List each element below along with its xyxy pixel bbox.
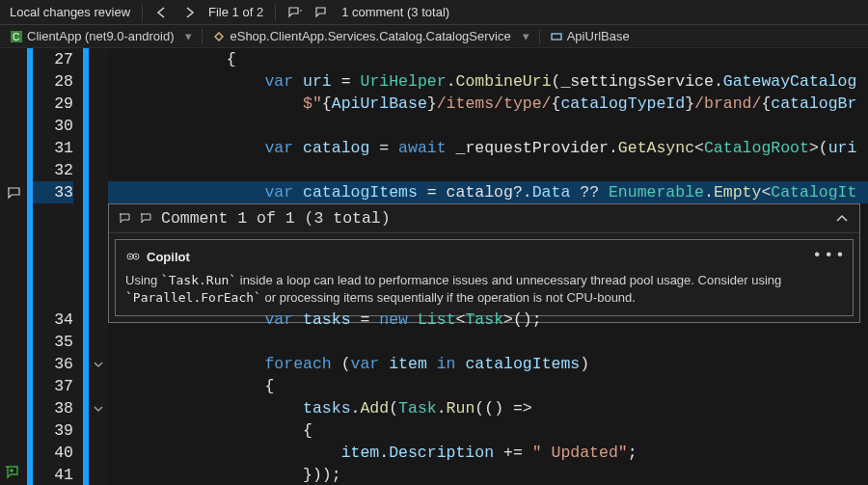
line-number: 41 bbox=[33, 464, 73, 485]
csharp-project-icon: C bbox=[10, 30, 23, 43]
code-line bbox=[108, 115, 868, 137]
code-line: { bbox=[108, 419, 868, 442]
code-line: item.Description += " Updated"; bbox=[108, 442, 868, 464]
line-number: 33 bbox=[33, 181, 73, 203]
crumb-project-label: ClientApp (net9.0-android) bbox=[27, 29, 174, 43]
comment-more-button[interactable]: ••• bbox=[812, 244, 847, 266]
line-number: 37 bbox=[33, 375, 73, 397]
svg-point-6 bbox=[135, 256, 137, 257]
line-number: 40 bbox=[33, 442, 73, 464]
crumb-class[interactable]: eShop.ClientApp.Services.Catalog.Catalog… bbox=[208, 29, 514, 43]
code-line: foreach (var item in catalogItems) bbox=[108, 353, 868, 375]
code-line: var uri = UriHelper.CombineUri(_settings… bbox=[108, 70, 868, 93]
collapse-comment-button[interactable] bbox=[834, 211, 850, 227]
comment-nav-label: Comment 1 of 1 (3 total) bbox=[161, 207, 827, 229]
separator bbox=[539, 29, 540, 44]
copilot-icon bbox=[125, 250, 141, 265]
line-number: 35 bbox=[33, 331, 73, 353]
inline-comment-panel: Comment 1 of 1 (3 total) ••• Copilot Usi… bbox=[108, 203, 860, 323]
arrow-left-icon bbox=[154, 5, 170, 20]
crumb-project[interactable]: C ClientApp (net9.0-android) bbox=[6, 29, 177, 43]
crumb-member[interactable]: ApiUrlBase bbox=[546, 29, 634, 43]
prev-comment-button[interactable] bbox=[284, 2, 307, 23]
svg-text:C: C bbox=[13, 32, 19, 42]
code-line: { bbox=[108, 48, 868, 70]
line-number: 36 bbox=[33, 353, 73, 375]
code-line: var catalog = await _requestProvider.Get… bbox=[108, 137, 868, 159]
chevron-up-icon bbox=[834, 211, 850, 227]
comment-author: Copilot bbox=[125, 246, 843, 268]
comment-prev-icon bbox=[119, 212, 132, 226]
crumb-class-dropdown[interactable]: ▾ bbox=[519, 29, 533, 43]
line-number: 31 bbox=[33, 137, 73, 159]
comment-text: Using `Task.Run` inside a loop can lead … bbox=[125, 272, 843, 306]
class-icon bbox=[212, 30, 226, 43]
crumb-class-label: eShop.ClientApp.Services.Catalog.Catalog… bbox=[230, 29, 510, 43]
next-comment-button[interactable] bbox=[311, 2, 334, 23]
svg-point-5 bbox=[129, 256, 131, 257]
add-comment-button[interactable] bbox=[4, 464, 21, 481]
line-number: 38 bbox=[33, 397, 73, 419]
add-comment-icon bbox=[4, 464, 21, 481]
line-number: 39 bbox=[33, 419, 73, 442]
field-icon bbox=[550, 30, 563, 43]
glyph-margin bbox=[0, 48, 27, 485]
review-toolbar: Local changes review File 1 of 2 1 comme… bbox=[0, 0, 868, 25]
crumb-member-label: ApiUrlBase bbox=[567, 29, 630, 43]
comment-prev-nav[interactable] bbox=[119, 212, 132, 226]
line-number: 29 bbox=[33, 93, 73, 115]
code-area[interactable]: { var uri = UriHelper.CombineUri(_settin… bbox=[108, 48, 868, 485]
line-number: 27 bbox=[33, 48, 73, 70]
chevron-down-icon bbox=[94, 404, 103, 414]
comment-summary: 1 comment (3 total) bbox=[338, 5, 453, 19]
comment-next-icon bbox=[314, 5, 330, 20]
code-line bbox=[108, 159, 868, 181]
prev-file-button[interactable] bbox=[150, 2, 174, 23]
comment-author-name: Copilot bbox=[147, 246, 190, 268]
folding-gutter bbox=[89, 48, 108, 485]
line-number: 32 bbox=[33, 159, 73, 181]
comment-next-nav[interactable] bbox=[140, 212, 153, 226]
chevron-down-icon bbox=[94, 360, 103, 369]
code-line bbox=[108, 331, 868, 353]
arrow-right-icon bbox=[181, 5, 197, 20]
crumb-project-dropdown[interactable]: ▾ bbox=[181, 29, 196, 43]
svg-rect-2 bbox=[552, 34, 561, 40]
file-count: File 1 of 2 bbox=[204, 5, 267, 19]
comment-prev-icon bbox=[287, 5, 303, 20]
code-line-highlighted: var catalogItems = catalog?.Data ?? Enum… bbox=[108, 181, 868, 203]
breadcrumb-bar: C ClientApp (net9.0-android) ▾ eShop.Cli… bbox=[0, 25, 868, 48]
separator bbox=[142, 4, 143, 21]
line-number: 28 bbox=[33, 70, 73, 93]
code-line: tasks.Add(Task.Run(() => bbox=[108, 397, 868, 419]
code-line: var tasks = new List<Task>(); bbox=[108, 309, 868, 331]
code-line: $"{ApiUrlBase}/items/type/{catalogTypeId… bbox=[108, 93, 868, 115]
fold-toggle-line-38[interactable] bbox=[89, 397, 108, 419]
line-number: 30 bbox=[33, 115, 73, 137]
code-line: })); bbox=[108, 464, 868, 485]
review-title: Local changes review bbox=[6, 5, 134, 19]
comment-glyph-line-33[interactable] bbox=[0, 181, 27, 203]
comment-body: ••• Copilot Using `Task.Run` inside a lo… bbox=[115, 239, 854, 316]
code-line: { bbox=[108, 375, 868, 397]
fold-toggle-line-36[interactable] bbox=[89, 353, 108, 375]
separator bbox=[275, 4, 276, 21]
line-number: 34 bbox=[33, 309, 73, 331]
comment-icon bbox=[7, 186, 20, 200]
code-editor[interactable]: 27 28 29 30 31 32 33 34 35 36 37 38 39 4… bbox=[0, 48, 868, 485]
next-file-button[interactable] bbox=[177, 2, 201, 23]
separator bbox=[202, 29, 203, 44]
comment-panel-header: Comment 1 of 1 (3 total) bbox=[109, 204, 859, 233]
line-number-gutter: 27 28 29 30 31 32 33 34 35 36 37 38 39 4… bbox=[33, 48, 83, 485]
comment-next-icon bbox=[140, 212, 153, 226]
change-indicator-inner bbox=[83, 48, 89, 485]
